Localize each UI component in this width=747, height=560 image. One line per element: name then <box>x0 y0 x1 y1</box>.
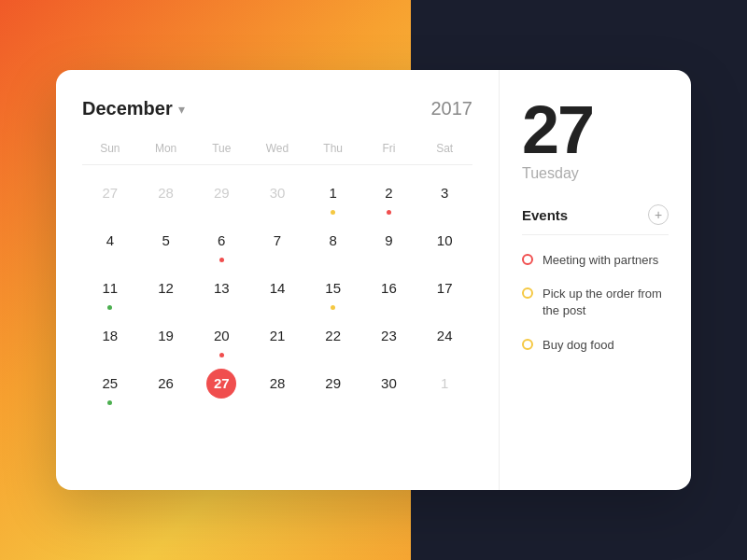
calendar-header: December ▾ 2017 <box>82 98 472 119</box>
chevron-down-icon[interactable]: ▾ <box>178 102 185 117</box>
day-number: 28 <box>262 369 292 399</box>
calendar-day[interactable]: 15 <box>305 268 361 314</box>
event-dot <box>219 258 224 262</box>
calendar-day[interactable]: 22 <box>305 315 361 361</box>
day-number: 15 <box>318 273 348 303</box>
events-list: Meeting with partnersPick up the order f… <box>522 252 669 354</box>
calendar-day[interactable]: 18 <box>82 315 138 361</box>
day-number: 28 <box>151 178 181 208</box>
event-color-dot <box>522 254 533 265</box>
calendar-grid: SunMonTueWedThuFriSat 272829301234567891… <box>82 138 472 409</box>
day-number: 3 <box>430 178 459 208</box>
calendar-day[interactable]: 24 <box>416 315 472 361</box>
calendar-panel: December ▾ 2017 SunMonTueWedThuFriSat 27… <box>56 70 500 490</box>
calendar-day[interactable]: 1 <box>416 363 472 409</box>
day-number: 9 <box>374 226 403 256</box>
calendar-day[interactable]: 16 <box>361 268 417 314</box>
calendar-day[interactable]: 5 <box>138 220 194 266</box>
day-number: 19 <box>151 321 181 351</box>
calendar-day[interactable]: 2 <box>361 173 417 218</box>
calendar-year: 2017 <box>431 98 473 119</box>
calendar-day[interactable]: 3 <box>416 173 472 218</box>
day-number: 18 <box>95 321 125 351</box>
calendar-day[interactable]: 27 <box>193 363 249 409</box>
add-event-button[interactable]: + <box>648 204 669 225</box>
calendar-day[interactable]: 25 <box>82 363 138 409</box>
calendar-day[interactable]: 19 <box>138 315 194 361</box>
event-text: Pick up the order from the post <box>543 286 669 319</box>
calendar-day[interactable]: 20 <box>193 315 249 361</box>
day-number: 25 <box>95 369 125 399</box>
day-number: 30 <box>262 178 292 208</box>
weekdays-row: SunMonTueWedThuFriSat <box>82 138 472 159</box>
day-number: 11 <box>95 273 125 303</box>
calendar-day[interactable]: 26 <box>138 363 194 409</box>
day-number: 1 <box>430 369 459 399</box>
day-number: 20 <box>206 321 236 351</box>
day-number: 27 <box>95 178 125 208</box>
day-number: 5 <box>151 226 181 256</box>
calendar-day[interactable]: 1 <box>305 173 361 218</box>
calendar-day[interactable]: 11 <box>82 268 138 314</box>
calendar-month[interactable]: December <box>82 98 173 119</box>
weekday-label: Wed <box>249 138 305 159</box>
day-number: 30 <box>374 369 403 399</box>
day-number: 2 <box>374 178 403 208</box>
calendar-day[interactable]: 29 <box>305 363 361 409</box>
calendar-day[interactable]: 21 <box>249 315 305 361</box>
event-text: Meeting with partners <box>543 252 658 269</box>
calendar-day[interactable]: 13 <box>193 268 249 314</box>
day-number: 8 <box>318 226 348 256</box>
event-item[interactable]: Pick up the order from the post <box>522 286 669 319</box>
calendar-day[interactable]: 7 <box>249 220 305 266</box>
day-number: 1 <box>318 178 348 208</box>
weekday-label: Sat <box>416 138 472 159</box>
event-dot <box>331 305 335 310</box>
event-item[interactable]: Buy dog food <box>522 337 669 354</box>
day-number: 24 <box>430 321 459 351</box>
event-dot <box>219 353 224 357</box>
calendar-day[interactable]: 10 <box>416 220 472 266</box>
calendar-day[interactable]: 14 <box>249 268 305 314</box>
calendar-day[interactable]: 6 <box>193 220 249 266</box>
day-number: 22 <box>318 321 348 351</box>
calendar-day[interactable]: 4 <box>82 220 138 266</box>
day-number: 13 <box>206 273 236 303</box>
calendar-day[interactable]: 23 <box>361 315 417 361</box>
calendar-day[interactable]: 29 <box>193 173 249 218</box>
day-number: 7 <box>262 226 292 256</box>
day-number: 29 <box>318 369 348 399</box>
calendar-day[interactable]: 30 <box>361 363 417 409</box>
calendar-day[interactable]: 28 <box>249 363 305 409</box>
day-number: 17 <box>430 273 459 303</box>
weekday-label: Mon <box>138 138 194 159</box>
day-number: 10 <box>430 226 459 256</box>
day-number: 26 <box>151 369 181 399</box>
day-number: 16 <box>374 273 403 303</box>
weekday-label: Sun <box>82 138 138 159</box>
calendar-day[interactable]: 9 <box>361 220 417 266</box>
month-group: December ▾ <box>82 98 185 119</box>
day-number: 14 <box>262 273 292 303</box>
calendar-week: 11121314151617 <box>82 268 472 314</box>
calendar-divider <box>82 164 472 165</box>
event-item[interactable]: Meeting with partners <box>522 252 669 269</box>
event-dot <box>331 210 335 215</box>
day-number: 27 <box>206 369 236 399</box>
day-number: 29 <box>206 178 236 208</box>
calendar-week: 2526272829301 <box>82 363 472 409</box>
event-color-dot <box>522 287 533 299</box>
calendar-day[interactable]: 30 <box>249 173 305 218</box>
calendar-day[interactable]: 27 <box>82 173 138 218</box>
calendar-day[interactable]: 8 <box>305 220 361 266</box>
calendar-week: 27282930123 <box>82 173 472 218</box>
weekday-label: Tue <box>193 138 249 159</box>
calendar-day[interactable]: 17 <box>416 268 472 314</box>
event-dot <box>107 400 112 405</box>
calendar-day[interactable]: 28 <box>138 173 194 218</box>
events-panel: 27 Tuesday Events + Meeting with partner… <box>500 70 691 490</box>
calendar-day[interactable]: 12 <box>138 268 194 314</box>
weekday-label: Fri <box>361 138 417 159</box>
event-color-dot <box>522 339 533 350</box>
weekday-label: Thu <box>305 138 361 159</box>
